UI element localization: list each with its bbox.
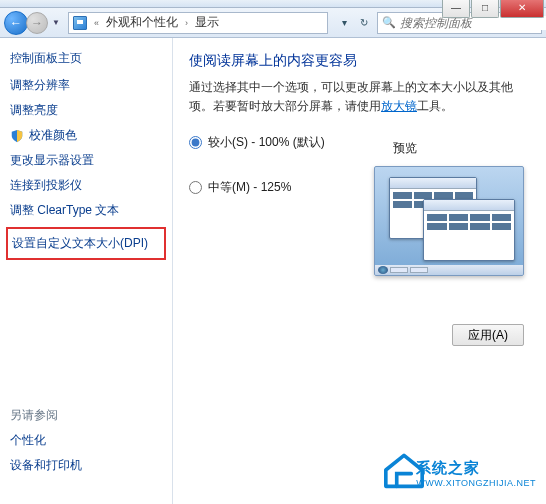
sidebar: 控制面板主页 调整分辨率 调整亮度 校准颜色 更改显示器设置 连接到投影仪 调整…	[0, 38, 172, 504]
sidebar-link-dpi[interactable]: 设置自定义文本大小(DPI)	[12, 235, 160, 252]
radio-medium[interactable]	[189, 181, 202, 194]
window-controls: — □ ✕	[442, 0, 544, 18]
sidebar-link-brightness[interactable]: 调整亮度	[10, 102, 162, 119]
highlighted-item: 设置自定义文本大小(DPI)	[6, 227, 166, 260]
breadcrumb-appearance[interactable]: 外观和个性化	[106, 14, 178, 31]
title-bar: — □ ✕	[0, 0, 546, 8]
see-also-devices[interactable]: 设备和打印机	[10, 457, 82, 474]
sidebar-link-projector[interactable]: 连接到投影仪	[10, 177, 162, 194]
watermark-url: WWW.XITONGZHIJIA.NET	[416, 478, 536, 488]
history-dropdown-icon[interactable]: ▼	[52, 18, 60, 27]
see-also-heading: 另请参阅	[10, 407, 82, 424]
sidebar-link-cleartype[interactable]: 调整 ClearType 文本	[10, 202, 162, 219]
option-small[interactable]: 较小(S) - 100% (默认)	[189, 134, 530, 151]
close-button[interactable]: ✕	[500, 0, 544, 18]
content-pane: 使阅读屏幕上的内容更容易 通过选择其中一个选项，可以更改屏幕上的文本大小以及其他…	[173, 38, 546, 504]
sidebar-link-display-settings[interactable]: 更改显示器设置	[10, 152, 162, 169]
option-small-label: 较小(S) - 100% (默认)	[208, 134, 325, 151]
forward-button[interactable]: →	[26, 12, 48, 34]
back-button[interactable]: ←	[4, 11, 28, 35]
sidebar-link-calibrate[interactable]: 校准颜色	[10, 127, 162, 144]
watermark-name: 系统之家	[416, 459, 536, 478]
see-also-section: 另请参阅 个性化 设备和打印机	[10, 407, 82, 482]
desc-prefix: 通过选择其中一个选项，可以更改屏幕上的文本大小以及其他项。若要暂时放大部分屏幕，…	[189, 80, 513, 113]
preview-start-icon	[378, 266, 388, 274]
nav-buttons: ← → ▼	[4, 11, 64, 35]
watermark-text: 系统之家 WWW.XITONGZHIJIA.NET	[416, 459, 536, 488]
preview-window-front	[423, 199, 515, 261]
breadcrumb-display[interactable]: 显示	[195, 14, 219, 31]
maximize-button[interactable]: □	[471, 0, 499, 18]
apply-button[interactable]: 应用(A)	[452, 324, 524, 346]
see-also-personalization[interactable]: 个性化	[10, 432, 82, 449]
radio-small[interactable]	[189, 136, 202, 149]
page-title: 使阅读屏幕上的内容更容易	[189, 52, 530, 70]
search-icon: 🔍	[382, 16, 396, 29]
magnifier-link[interactable]: 放大镜	[381, 99, 417, 113]
preview-taskbar	[375, 265, 523, 275]
desc-suffix: 工具。	[417, 99, 453, 113]
sidebar-label: 校准颜色	[29, 127, 77, 144]
address-bar[interactable]: « 外观和个性化 › 显示	[68, 12, 328, 34]
page-description: 通过选择其中一个选项，可以更改屏幕上的文本大小以及其他项。若要暂时放大部分屏幕，…	[189, 78, 530, 116]
address-dropdown-icon[interactable]: ▾	[335, 14, 353, 32]
minimize-button[interactable]: —	[442, 0, 470, 18]
breadcrumb-sep-icon: ›	[182, 18, 191, 28]
control-panel-icon	[73, 16, 87, 30]
address-buttons: ▾ ↻	[335, 14, 373, 32]
control-panel-home-link[interactable]: 控制面板主页	[10, 50, 162, 67]
breadcrumb-chev-icon[interactable]: «	[91, 18, 102, 28]
option-medium-label: 中等(M) - 125%	[208, 179, 291, 196]
body: 控制面板主页 调整分辨率 调整亮度 校准颜色 更改显示器设置 连接到投影仪 调整…	[0, 38, 546, 504]
preview-thumbnail	[374, 166, 524, 276]
preview-label: 预览	[393, 140, 417, 157]
shield-icon	[10, 129, 24, 143]
refresh-icon[interactable]: ↻	[355, 14, 373, 32]
sidebar-link-resolution[interactable]: 调整分辨率	[10, 77, 162, 94]
